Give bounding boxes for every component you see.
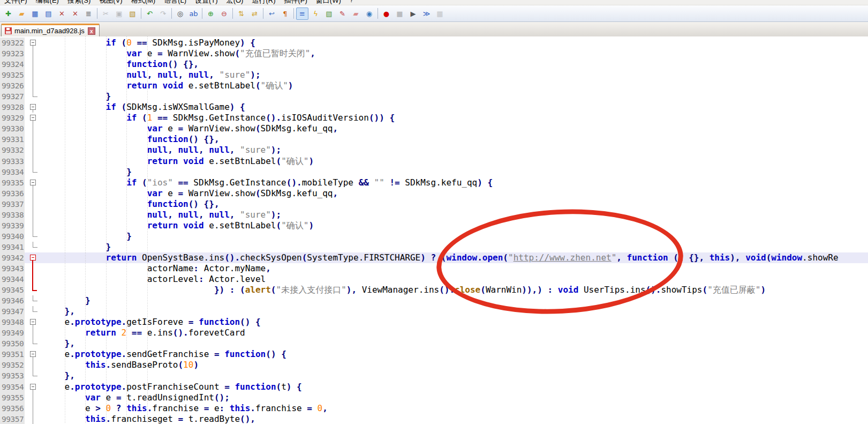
toolbar-separator bbox=[293, 8, 294, 19]
menu-item[interactable]: ? bbox=[345, 0, 358, 5]
code-line[interactable]: 99341 } bbox=[0, 242, 868, 252]
code-line[interactable]: 99346 } bbox=[0, 295, 868, 306]
toolbar-button-monitoring-eye[interactable]: ◉ bbox=[363, 8, 375, 20]
code-line[interactable]: 99349 return 2 == e.ins().forevetCard bbox=[0, 328, 868, 338]
toolbar-button-word-wrap[interactable]: ↩ bbox=[266, 8, 278, 20]
code-line[interactable]: 99322 if (0 == SDkMsg.isPayMoney) { bbox=[0, 38, 868, 48]
fold-margin bbox=[25, 123, 41, 134]
toolbar-button-document-switcher[interactable]: ✎ bbox=[336, 8, 349, 20]
code-line[interactable]: 99355 var e = t.readUnsignedInt(); bbox=[0, 392, 868, 403]
fold-marker[interactable] bbox=[25, 349, 41, 360]
code-line[interactable]: 99347 }, bbox=[0, 306, 868, 317]
code-line[interactable]: 99357 this.franchiseget = t.readByte(), bbox=[0, 414, 868, 424]
code-line[interactable]: 99352 this.sendBaseProto(10) bbox=[0, 360, 868, 370]
toolbar-button-macro-run-multiple[interactable]: ≫ bbox=[420, 8, 433, 20]
toolbar-button-replace[interactable]: ab bbox=[187, 8, 200, 20]
menu-item[interactable]: 文件(F) bbox=[0, 0, 32, 5]
code-line[interactable]: 99354 e.prototype.postFranchiseCount = f… bbox=[0, 382, 868, 392]
menu-item[interactable]: 搜索(S) bbox=[63, 0, 95, 5]
toolbar-button-zoom-in[interactable]: ⊕ bbox=[205, 8, 217, 20]
toolbar-button-open-file[interactable]: ▰ bbox=[16, 8, 28, 20]
line-number: 99353 bbox=[0, 370, 25, 381]
code-line[interactable]: 99344 actorLevel: Actor.level bbox=[0, 274, 868, 285]
code-line[interactable]: 99345 }) : (alert("未接入支付接口"), ViewManage… bbox=[0, 285, 868, 295]
url-link[interactable]: http://www.zhen.net bbox=[514, 252, 612, 263]
toolbar-button-paste[interactable]: ▧ bbox=[126, 8, 139, 20]
code-line[interactable]: 99334 } bbox=[0, 167, 868, 177]
toolbar-button-folder-as-workspace[interactable]: ▰ bbox=[350, 8, 362, 20]
toolbar-button-print[interactable]: ≣ bbox=[82, 8, 95, 20]
code-text: e.prototype.sendGetFranchise = function(… bbox=[41, 349, 868, 360]
toolbar-button-document-map[interactable]: ▧ bbox=[323, 8, 335, 20]
toolbar-button-function-list[interactable]: ϟ bbox=[310, 8, 322, 20]
menu-item[interactable]: 编辑(E) bbox=[32, 0, 63, 5]
code-line[interactable]: 99343 actorName: Actor.myName, bbox=[0, 263, 868, 274]
toolbar-button-macro-play[interactable]: ▶ bbox=[407, 8, 419, 20]
toolbar-button-save-file[interactable]: ▦ bbox=[29, 8, 41, 20]
toolbar-button-sync-scroll-vertical[interactable]: ⇅ bbox=[235, 8, 247, 20]
code-line[interactable]: 99330 var e = WarnView.show(SDkMsg.kefu_… bbox=[0, 123, 868, 134]
code-editor[interactable]: 99322 if (0 == SDkMsg.isPayMoney) {99323… bbox=[0, 36, 868, 424]
code-line[interactable]: 99356 e > 0 ? this.franchise = e: this.f… bbox=[0, 403, 868, 414]
toolbar-button-save-all[interactable]: ▤ bbox=[42, 8, 55, 20]
fold-tree-end bbox=[33, 344, 37, 344]
toolbar-button-sync-scroll-horizontal[interactable]: ⇄ bbox=[248, 8, 261, 20]
code-line[interactable]: 99342 return OpenSystBase.ins().checkSys… bbox=[0, 252, 868, 263]
code-line[interactable]: 99333 return void e.setBtnLabel("确认") bbox=[0, 156, 868, 167]
code-line[interactable]: 99329 if (1 == SDkMsg.GetInstance().isIO… bbox=[0, 113, 868, 123]
code-line[interactable]: 99335 if ("ios" == SDkMsg.GetInstance().… bbox=[0, 177, 868, 188]
tab-close-icon[interactable]: x bbox=[88, 27, 95, 35]
code-line[interactable]: 99340 } bbox=[0, 231, 868, 242]
code-text: } bbox=[41, 242, 868, 252]
code-line[interactable]: 99353 }, bbox=[0, 370, 868, 381]
line-number: 99333 bbox=[0, 156, 25, 167]
toolbar-button-close-file[interactable]: ✕ bbox=[56, 8, 68, 20]
fold-marker[interactable] bbox=[25, 252, 41, 263]
menu-item[interactable]: 窗口(W) bbox=[312, 0, 345, 5]
new-file-icon: ✚ bbox=[5, 10, 11, 17]
tab-title: main.min_d7aad928.js bbox=[14, 27, 85, 35]
toolbar-button-indent-guide[interactable]: ≡ bbox=[296, 8, 308, 20]
code-line[interactable]: 99325 null, null, null, "sure"); bbox=[0, 70, 868, 80]
code-line[interactable]: 99339 return void e.setBtnLabel("确认") bbox=[0, 220, 868, 231]
code-line[interactable]: 99326 return void e.setBtnLabel("确认") bbox=[0, 80, 868, 91]
toolbar-button-new-file[interactable]: ✚ bbox=[2, 8, 14, 20]
code-line[interactable]: 99327 } bbox=[0, 91, 868, 102]
fold-marker[interactable] bbox=[25, 177, 41, 188]
code-line[interactable]: 99331 function() {}, bbox=[0, 134, 868, 145]
toolbar-button-close-all[interactable]: ✕ bbox=[69, 8, 81, 20]
menu-item[interactable]: 运行(R) bbox=[247, 0, 280, 5]
code-line[interactable]: 99336 var e = WarnView.show(SDkMsg.kefu_… bbox=[0, 188, 868, 199]
code-text: if ("ios" == SDkMsg.GetInstance().mobile… bbox=[41, 177, 868, 188]
fold-marker[interactable] bbox=[25, 382, 41, 392]
fold-marker[interactable] bbox=[25, 38, 41, 48]
code-line[interactable]: 99351 e.prototype.sendGetFranchise = fun… bbox=[0, 349, 868, 360]
code-line[interactable]: 99338 null, null, null, "sure"); bbox=[0, 210, 868, 220]
toolbar-button-undo[interactable]: ↶ bbox=[144, 8, 156, 20]
fold-marker[interactable] bbox=[25, 102, 41, 113]
code-line[interactable]: 99323 var e = WarnView.show("充值已暂时关闭", bbox=[0, 48, 868, 59]
menu-item[interactable]: 格式(M) bbox=[127, 0, 160, 5]
code-line[interactable]: 99337 function() {}, bbox=[0, 199, 868, 210]
fold-margin bbox=[25, 285, 41, 295]
tab-main-min-js[interactable]: main.min_d7aad928.js x bbox=[1, 24, 100, 36]
code-line[interactable]: 99348 e.prototype.getIsForeve = function… bbox=[0, 317, 868, 328]
fold-marker[interactable] bbox=[25, 317, 41, 328]
code-line[interactable]: 99350 }, bbox=[0, 338, 868, 349]
menu-item[interactable]: 宏(O) bbox=[222, 0, 248, 5]
menu-item[interactable]: 视图(V) bbox=[95, 0, 126, 5]
code-line[interactable]: 99324 function() {}, bbox=[0, 59, 868, 70]
toolbar-button-find[interactable]: ◎ bbox=[174, 8, 186, 20]
fold-tree-end bbox=[32, 290, 37, 291]
code-line[interactable]: 99332 null, null, null, "sure"); bbox=[0, 145, 868, 155]
menu-item[interactable]: 语言(L) bbox=[160, 0, 191, 5]
code-line[interactable]: 99328 if (SDkMsg.isWXSmallGame) { bbox=[0, 102, 868, 113]
menu-item[interactable]: 设置(T) bbox=[191, 0, 222, 5]
fold-marker[interactable] bbox=[25, 113, 41, 123]
menu-item[interactable]: 插件(P) bbox=[280, 0, 311, 5]
line-number: 99323 bbox=[0, 48, 25, 59]
fold-margin bbox=[25, 392, 41, 403]
toolbar-button-macro-record[interactable]: ● bbox=[380, 8, 393, 20]
toolbar-button-zoom-out[interactable]: ⊖ bbox=[218, 8, 230, 20]
toolbar-button-show-all-characters[interactable]: ¶ bbox=[279, 8, 291, 20]
